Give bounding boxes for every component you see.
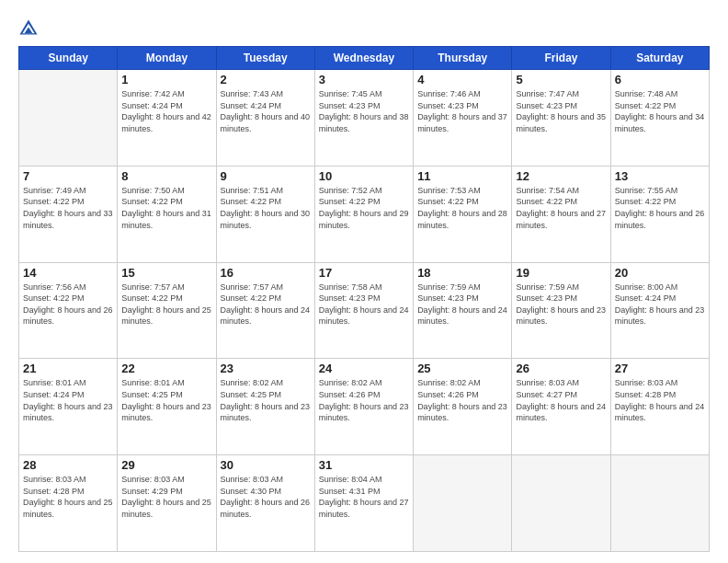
calendar-cell: 20 Sunrise: 8:00 AMSunset: 4:24 PMDaylig…: [610, 262, 709, 359]
cell-day-number: 22: [121, 362, 211, 375]
logo-icon: [18, 18, 39, 39]
calendar-cell: 27 Sunrise: 8:03 AMSunset: 4:28 PMDaylig…: [610, 359, 709, 455]
header-day: Tuesday: [216, 47, 314, 70]
cell-day-number: 21: [23, 362, 113, 375]
cell-info: Sunrise: 7:54 AMSunset: 4:22 PMDaylight:…: [516, 185, 606, 231]
calendar-cell: 26 Sunrise: 8:03 AMSunset: 4:27 PMDaylig…: [512, 359, 610, 455]
calendar-cell: 10 Sunrise: 7:52 AMSunset: 4:22 PMDaylig…: [314, 166, 413, 262]
cell-info: Sunrise: 7:51 AMSunset: 4:22 PMDaylight:…: [221, 185, 311, 231]
cell-info: Sunrise: 7:52 AMSunset: 4:22 PMDaylight:…: [319, 185, 409, 231]
cell-day-number: 19: [516, 266, 606, 280]
calendar-week: 1 Sunrise: 7:42 AMSunset: 4:24 PMDayligh…: [19, 70, 710, 167]
cell-info: Sunrise: 7:43 AMSunset: 4:24 PMDaylight:…: [221, 88, 311, 134]
calendar-cell: 24 Sunrise: 8:02 AMSunset: 4:26 PMDaylig…: [314, 359, 413, 455]
cell-info: Sunrise: 7:49 AMSunset: 4:22 PMDaylight:…: [23, 185, 113, 231]
cell-info: Sunrise: 8:02 AMSunset: 4:26 PMDaylight:…: [319, 377, 409, 423]
cell-info: Sunrise: 8:04 AMSunset: 4:31 PMDaylight:…: [319, 474, 409, 520]
cell-info: Sunrise: 7:58 AMSunset: 4:23 PMDaylight:…: [319, 282, 409, 327]
cell-info: Sunrise: 7:59 AMSunset: 4:23 PMDaylight:…: [417, 282, 507, 327]
cell-day-number: 14: [23, 266, 113, 280]
cell-info: Sunrise: 7:50 AMSunset: 4:22 PMDaylight:…: [121, 185, 211, 231]
cell-day-number: 8: [121, 169, 211, 183]
cell-info: Sunrise: 8:00 AMSunset: 4:24 PMDaylight:…: [615, 282, 705, 327]
cell-info: Sunrise: 8:03 AMSunset: 4:27 PMDaylight:…: [516, 377, 606, 423]
cell-day-number: 29: [121, 458, 211, 472]
header-day: Saturday: [610, 47, 709, 70]
cell-day-number: 5: [516, 73, 606, 86]
header-day: Friday: [512, 47, 610, 70]
cell-day-number: 4: [417, 73, 507, 86]
calendar-cell: 11 Sunrise: 7:53 AMSunset: 4:22 PMDaylig…: [414, 166, 512, 262]
calendar-table: SundayMondayTuesdayWednesdayThursdayFrid…: [18, 46, 710, 552]
cell-info: Sunrise: 8:02 AMSunset: 4:25 PMDaylight:…: [221, 377, 311, 423]
calendar-cell: 7 Sunrise: 7:49 AMSunset: 4:22 PMDayligh…: [19, 166, 118, 262]
header-row: SundayMondayTuesdayWednesdayThursdayFrid…: [19, 47, 710, 70]
cell-day-number: 26: [516, 362, 606, 375]
cell-info: Sunrise: 7:59 AMSunset: 4:23 PMDaylight:…: [516, 282, 606, 327]
calendar-cell: 17 Sunrise: 7:58 AMSunset: 4:23 PMDaylig…: [314, 262, 413, 359]
cell-day-number: 11: [417, 169, 507, 183]
cell-info: Sunrise: 7:42 AMSunset: 4:24 PMDaylight:…: [121, 88, 211, 134]
cell-day-number: 24: [319, 362, 409, 375]
calendar-cell: 31 Sunrise: 8:04 AMSunset: 4:31 PMDaylig…: [314, 455, 413, 552]
cell-info: Sunrise: 7:57 AMSunset: 4:22 PMDaylight:…: [121, 282, 211, 327]
cell-info: Sunrise: 7:53 AMSunset: 4:22 PMDaylight:…: [417, 185, 507, 231]
cell-info: Sunrise: 7:56 AMSunset: 4:22 PMDaylight:…: [23, 282, 113, 327]
calendar-cell: [512, 455, 610, 552]
calendar-cell: 19 Sunrise: 7:59 AMSunset: 4:23 PMDaylig…: [512, 262, 610, 359]
cell-info: Sunrise: 8:02 AMSunset: 4:26 PMDaylight:…: [417, 377, 507, 423]
calendar-cell: 5 Sunrise: 7:47 AMSunset: 4:23 PMDayligh…: [512, 70, 610, 167]
cell-info: Sunrise: 8:03 AMSunset: 4:29 PMDaylight:…: [121, 474, 211, 520]
calendar-cell: 12 Sunrise: 7:54 AMSunset: 4:22 PMDaylig…: [512, 166, 610, 262]
calendar-week: 14 Sunrise: 7:56 AMSunset: 4:22 PMDaylig…: [19, 262, 710, 359]
cell-info: Sunrise: 8:03 AMSunset: 4:30 PMDaylight:…: [221, 474, 311, 520]
calendar-cell: 1 Sunrise: 7:42 AMSunset: 4:24 PMDayligh…: [118, 70, 216, 167]
calendar-cell: 14 Sunrise: 7:56 AMSunset: 4:22 PMDaylig…: [19, 262, 118, 359]
header: [18, 15, 710, 39]
cell-day-number: 6: [615, 73, 705, 86]
calendar-cell: 8 Sunrise: 7:50 AMSunset: 4:22 PMDayligh…: [118, 166, 216, 262]
cell-day-number: 15: [121, 266, 211, 280]
calendar-week: 21 Sunrise: 8:01 AMSunset: 4:24 PMDaylig…: [19, 359, 710, 455]
calendar-cell: [414, 455, 512, 552]
cell-info: Sunrise: 7:46 AMSunset: 4:23 PMDaylight:…: [417, 88, 507, 134]
cell-day-number: 12: [516, 169, 606, 183]
header-day: Thursday: [414, 47, 512, 70]
cell-day-number: 2: [221, 73, 311, 86]
calendar-cell: 21 Sunrise: 8:01 AMSunset: 4:24 PMDaylig…: [19, 359, 118, 455]
cell-info: Sunrise: 7:48 AMSunset: 4:22 PMDaylight:…: [615, 88, 705, 134]
cell-info: Sunrise: 8:03 AMSunset: 4:28 PMDaylight:…: [615, 377, 705, 423]
cell-day-number: 13: [615, 169, 705, 183]
cell-day-number: 31: [319, 458, 409, 472]
calendar-body: 1 Sunrise: 7:42 AMSunset: 4:24 PMDayligh…: [19, 70, 710, 552]
calendar-cell: 15 Sunrise: 7:57 AMSunset: 4:22 PMDaylig…: [118, 262, 216, 359]
calendar-cell: 6 Sunrise: 7:48 AMSunset: 4:22 PMDayligh…: [610, 70, 709, 167]
cell-day-number: 9: [221, 169, 311, 183]
cell-day-number: 25: [417, 362, 507, 375]
calendar-week: 28 Sunrise: 8:03 AMSunset: 4:28 PMDaylig…: [19, 455, 710, 552]
cell-day-number: 28: [23, 458, 113, 472]
calendar-cell: 25 Sunrise: 8:02 AMSunset: 4:26 PMDaylig…: [414, 359, 512, 455]
cell-day-number: 23: [221, 362, 311, 375]
calendar-cell: 3 Sunrise: 7:45 AMSunset: 4:23 PMDayligh…: [314, 70, 413, 167]
cell-info: Sunrise: 8:01 AMSunset: 4:24 PMDaylight:…: [23, 377, 113, 423]
calendar-header: SundayMondayTuesdayWednesdayThursdayFrid…: [19, 47, 710, 70]
cell-info: Sunrise: 8:01 AMSunset: 4:25 PMDaylight:…: [121, 377, 211, 423]
calendar-cell: 16 Sunrise: 7:57 AMSunset: 4:22 PMDaylig…: [216, 262, 314, 359]
cell-day-number: 3: [319, 73, 409, 86]
calendar-cell: 18 Sunrise: 7:59 AMSunset: 4:23 PMDaylig…: [414, 262, 512, 359]
calendar-cell: [19, 70, 118, 167]
header-day: Monday: [118, 47, 216, 70]
cell-info: Sunrise: 8:03 AMSunset: 4:28 PMDaylight:…: [23, 474, 113, 520]
cell-day-number: 10: [319, 169, 409, 183]
calendar-cell: 9 Sunrise: 7:51 AMSunset: 4:22 PMDayligh…: [216, 166, 314, 262]
cell-day-number: 7: [23, 169, 113, 183]
calendar-cell: 22 Sunrise: 8:01 AMSunset: 4:25 PMDaylig…: [118, 359, 216, 455]
calendar-cell: 2 Sunrise: 7:43 AMSunset: 4:24 PMDayligh…: [216, 70, 314, 167]
cell-info: Sunrise: 7:45 AMSunset: 4:23 PMDaylight:…: [319, 88, 409, 134]
cell-day-number: 30: [221, 458, 311, 472]
cell-info: Sunrise: 7:57 AMSunset: 4:22 PMDaylight:…: [221, 282, 311, 327]
cell-day-number: 17: [319, 266, 409, 280]
page: SundayMondayTuesdayWednesdayThursdayFrid…: [0, 0, 728, 563]
calendar-cell: 28 Sunrise: 8:03 AMSunset: 4:28 PMDaylig…: [19, 455, 118, 552]
